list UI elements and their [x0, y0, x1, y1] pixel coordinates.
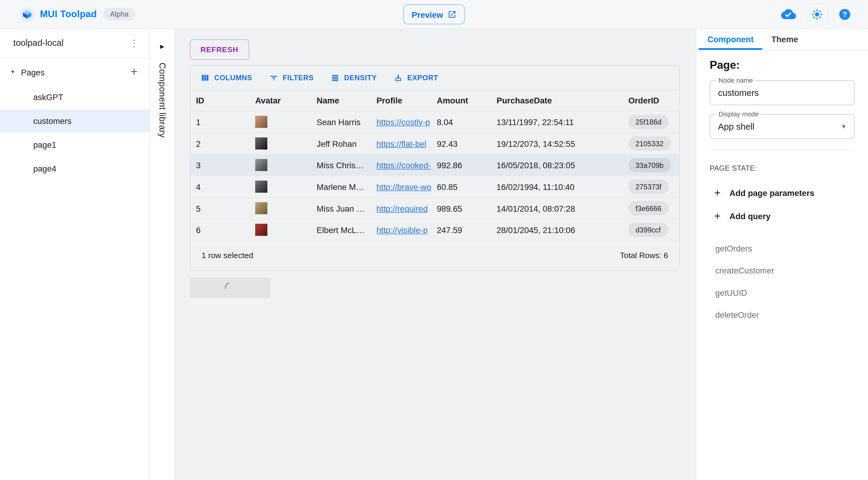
cell-name: Marlene M…: [311, 182, 371, 191]
filters-label: FILTERS: [283, 73, 314, 82]
cell-purchasedate: 14/01/2014, 08:07:28: [491, 204, 623, 213]
expand-library-icon[interactable]: ▶: [160, 43, 164, 49]
add-page-parameters-label: Add page parameters: [730, 188, 814, 198]
density-label: DENSITY: [344, 73, 377, 82]
cloud-sync-button[interactable]: [776, 3, 801, 25]
column-header-avatar[interactable]: Avatar: [250, 96, 311, 105]
density-icon: [330, 73, 340, 82]
cell-orderid: 275373f: [623, 179, 679, 194]
filter-icon: [269, 73, 278, 82]
cell-orderid: d399ccf: [623, 222, 679, 237]
orderid-chip: 25f186d: [628, 115, 669, 129]
cell-amount: 92.43: [431, 139, 491, 148]
columns-button[interactable]: COLUMNS: [197, 71, 255, 85]
avatar: [255, 159, 267, 171]
plus-icon: +: [714, 187, 720, 199]
help-button[interactable]: ?: [834, 3, 856, 25]
cell-name: Miss Juan …: [311, 204, 371, 213]
toolpad-logo-icon: [20, 7, 34, 22]
orderid-chip: 275373f: [628, 179, 669, 194]
preview-button[interactable]: Preview: [403, 4, 464, 24]
sidebar-page-item[interactable]: page4: [0, 157, 150, 180]
sidebar-page-item[interactable]: askGPT: [0, 86, 150, 109]
columns-icon: [200, 73, 210, 82]
appbar-actions: ?: [776, 3, 856, 25]
tree-collapse-icon[interactable]: ▼: [5, 69, 20, 75]
column-header-orderid[interactable]: OrderID: [623, 96, 679, 105]
avatar: [255, 202, 267, 214]
refresh-button[interactable]: REFRESH: [190, 39, 249, 60]
sidebar-page-item[interactable]: customers: [0, 110, 150, 132]
node-name-value[interactable]: customers: [718, 88, 846, 98]
avatar: [255, 116, 267, 128]
export-button[interactable]: EXPORT: [390, 71, 441, 85]
cell-avatar: [250, 181, 311, 193]
profile-link[interactable]: https://cooked-: [376, 160, 431, 170]
cell-id: 3: [190, 160, 250, 170]
cell-avatar: [250, 224, 311, 236]
sidebar-page-item[interactable]: page1: [0, 133, 150, 156]
cell-orderid: f3e6666: [623, 201, 679, 216]
cloud-done-icon: [781, 7, 796, 22]
tab-theme[interactable]: Theme: [763, 29, 807, 50]
brightness-sun-icon: [811, 8, 823, 20]
node-name-field[interactable]: Node name customers: [710, 80, 855, 105]
theme-brightness-button[interactable]: [806, 3, 828, 25]
query-list-item[interactable]: getOrders: [710, 237, 855, 259]
profile-link[interactable]: http://brave-wo: [376, 182, 431, 191]
chevron-down-icon: ▼: [841, 124, 846, 130]
cell-profile: http://brave-wo: [371, 182, 431, 191]
add-page-button[interactable]: +: [125, 63, 143, 81]
query-list-item[interactable]: createCustomer: [710, 259, 855, 281]
profile-link[interactable]: http://visible-p: [376, 225, 428, 235]
data-grid[interactable]: COLUMNS FILTERS: [190, 65, 680, 270]
query-label: getOrders: [715, 243, 752, 253]
page-title: Page:: [710, 59, 855, 71]
table-row[interactable]: 2 Jeff Rohan https://flat-bel 92.43 19/1…: [190, 133, 679, 155]
orderid-chip: f3e6666: [628, 201, 669, 216]
page-state-label: PAGE STATE:: [710, 164, 855, 173]
page-canvas: REFRESH COLUMNS: [175, 29, 695, 480]
cell-avatar: [250, 159, 311, 171]
plus-icon: +: [714, 210, 720, 221]
filters-button[interactable]: FILTERS: [266, 71, 317, 85]
project-menu-button[interactable]: ⋮: [125, 34, 143, 52]
orderid-chip: 33a709b: [628, 158, 671, 172]
column-header-name[interactable]: Name: [311, 96, 371, 105]
profile-link[interactable]: https://flat-bel: [376, 139, 426, 148]
export-label: EXPORT: [407, 73, 438, 82]
inspector-divider: [710, 150, 855, 151]
table-row[interactable]: 3 Miss Chris… https://cooked- 992.86 16/…: [190, 154, 679, 176]
cell-orderid: 25f186d: [623, 115, 679, 129]
density-button[interactable]: DENSITY: [327, 71, 380, 85]
query-list-item[interactable]: deleteOrder: [710, 304, 855, 326]
query-label: getUUID: [715, 288, 747, 297]
cell-id: 6: [190, 225, 250, 235]
add-page-parameters-button[interactable]: + Add page parameters: [710, 187, 855, 199]
pages-tree-header[interactable]: ▼ Pages +: [0, 61, 150, 83]
cell-purchasedate: 16/05/2018, 08:23:05: [491, 160, 623, 170]
cell-profile: https://cooked-: [371, 160, 431, 170]
table-row[interactable]: 6 Elbert McL… http://visible-p 247.59 28…: [190, 219, 679, 241]
table-row[interactable]: 1 Sean Harris https://costly-p 8.04 13/1…: [190, 111, 679, 133]
column-header-amount[interactable]: Amount: [431, 96, 491, 105]
column-header-id[interactable]: ID: [190, 96, 250, 105]
tab-component[interactable]: Component: [699, 29, 763, 50]
cell-profile: https://costly-p: [371, 117, 431, 126]
table-row[interactable]: 5 Miss Juan … http://required 989.65 14/…: [190, 198, 679, 219]
display-mode-select[interactable]: Display mode App shell ▼: [710, 114, 855, 139]
cell-profile: http://visible-p: [371, 225, 431, 235]
export-download-icon: [393, 73, 403, 82]
table-row[interactable]: 4 Marlene M… http://brave-wo 60.85 16/02…: [190, 176, 679, 198]
profile-link[interactable]: https://costly-p: [376, 117, 430, 126]
cell-orderid: 2105332: [623, 136, 679, 151]
loading-button[interactable]: [190, 277, 270, 298]
column-header-purchasedate[interactable]: PurchaseDate: [491, 96, 623, 105]
grid-rows: 1 Sean Harris https://costly-p 8.04 13/1…: [190, 111, 679, 241]
cell-profile: https://flat-bel: [371, 139, 431, 148]
column-header-profile[interactable]: Profile: [371, 96, 431, 105]
query-list-item[interactable]: getUUID: [710, 281, 855, 303]
profile-link[interactable]: http://required: [376, 204, 428, 213]
avatar: [255, 138, 267, 150]
add-query-button[interactable]: + Add query: [710, 210, 855, 221]
